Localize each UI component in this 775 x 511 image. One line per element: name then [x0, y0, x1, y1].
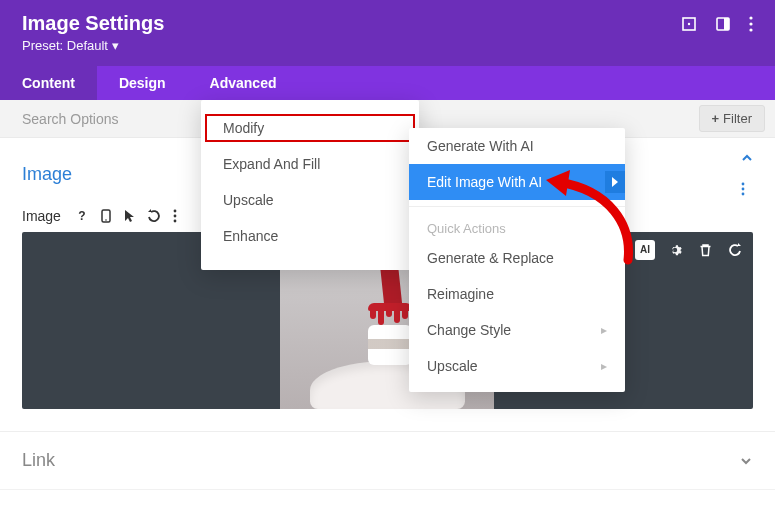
- tab-advanced[interactable]: Advanced: [188, 66, 299, 100]
- image-tool-label: Image: [22, 208, 61, 224]
- accordion-background[interactable]: Background: [0, 490, 775, 511]
- accordion-group: Link Background: [0, 431, 775, 511]
- image-actions-menu: Modify Expand And Fill Upscale Enhance: [201, 100, 419, 270]
- menu-divider: [409, 206, 625, 207]
- svg-point-1: [688, 23, 690, 25]
- svg-point-13: [174, 210, 177, 213]
- menu-item-edit-ai-label: Edit Image With AI: [427, 174, 542, 190]
- svg-point-14: [174, 215, 177, 218]
- menu-item-generate-replace[interactable]: Generate & Replace: [409, 240, 625, 276]
- section-more-icon[interactable]: [741, 182, 753, 196]
- svg-point-4: [749, 16, 752, 19]
- delete-icon[interactable]: [695, 240, 715, 260]
- help-icon[interactable]: ?: [75, 209, 89, 223]
- menu-item-upscale-sub[interactable]: Upscale ▸: [409, 348, 625, 384]
- svg-rect-3: [724, 18, 729, 30]
- settings-icon[interactable]: [665, 240, 685, 260]
- menu-item-expand-fill[interactable]: Expand And Fill: [201, 146, 419, 182]
- more-icon[interactable]: [749, 16, 753, 32]
- section-title-image[interactable]: Image: [22, 164, 72, 185]
- svg-point-6: [749, 28, 752, 31]
- svg-point-15: [174, 220, 177, 223]
- menu-item-upscale[interactable]: Upscale: [201, 182, 419, 218]
- tab-design[interactable]: Design: [97, 66, 188, 100]
- cursor-icon[interactable]: [123, 209, 135, 223]
- section-actions: [741, 152, 753, 196]
- accordion-link[interactable]: Link: [0, 432, 775, 490]
- tabs: Content Design Advanced: [0, 66, 775, 100]
- svg-point-7: [742, 183, 745, 186]
- filter-label: Filter: [723, 111, 752, 126]
- undo-icon[interactable]: [147, 209, 161, 223]
- mobile-icon[interactable]: [101, 209, 111, 223]
- expand-icon[interactable]: [681, 16, 697, 32]
- menu-item-enhance[interactable]: Enhance: [201, 218, 419, 254]
- svg-point-9: [742, 193, 745, 196]
- tab-content[interactable]: Content: [0, 66, 97, 100]
- menu-item-edit-ai[interactable]: Edit Image With AI: [409, 164, 625, 200]
- toolrow-more-icon[interactable]: [173, 209, 177, 223]
- chevron-right-icon: ▸: [601, 359, 607, 373]
- chevron-down-icon: [739, 454, 753, 468]
- menu-item-reimagine[interactable]: Reimagine: [409, 276, 625, 312]
- menu-item-change-style[interactable]: Change Style ▸: [409, 312, 625, 348]
- header-actions: [681, 12, 753, 32]
- preset-selector[interactable]: Preset: Default ▾: [22, 38, 164, 53]
- menu-item-upscale-sub-label: Upscale: [427, 358, 478, 374]
- panel-icon[interactable]: [715, 16, 731, 32]
- menu-item-modify[interactable]: Modify: [201, 110, 419, 146]
- header-left: Image Settings Preset: Default ▾: [22, 12, 164, 53]
- chevron-right-icon: ▸: [601, 323, 607, 337]
- menu-heading-quick-actions: Quick Actions: [409, 213, 625, 240]
- reset-icon[interactable]: [725, 240, 745, 260]
- svg-point-8: [742, 188, 745, 191]
- svg-point-5: [749, 22, 752, 25]
- svg-text:?: ?: [78, 209, 85, 223]
- menu-item-change-style-label: Change Style: [427, 322, 511, 338]
- collapse-icon[interactable]: [741, 152, 753, 164]
- page-title: Image Settings: [22, 12, 164, 35]
- canvas-toolbar: AI: [635, 240, 745, 260]
- accordion-link-label: Link: [22, 450, 55, 471]
- filter-button[interactable]: +Filter: [699, 105, 765, 132]
- menu-item-generate-ai[interactable]: Generate With AI: [409, 128, 625, 164]
- modify-submenu: Generate With AI Edit Image With AI Quic…: [409, 128, 625, 392]
- header: Image Settings Preset: Default ▾: [0, 0, 775, 66]
- chevron-right-icon: [605, 171, 625, 193]
- ai-button[interactable]: AI: [635, 240, 655, 260]
- svg-point-12: [105, 219, 107, 221]
- search-input[interactable]: Search Options: [22, 111, 119, 127]
